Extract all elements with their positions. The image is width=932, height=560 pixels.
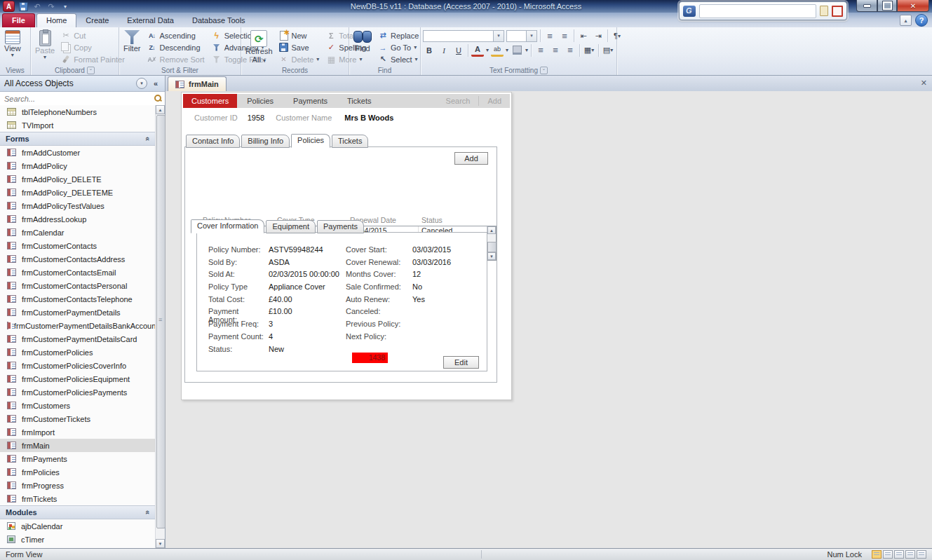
view-button[interactable]: View▾	[2, 29, 23, 59]
nav-item-form[interactable]: frmCustomerContacts	[0, 239, 156, 252]
goto-button[interactable]: Go To▾	[375, 41, 421, 53]
scroll-up-icon[interactable]: ▲	[156, 105, 165, 114]
customer-tab[interactable]: Policies	[291, 134, 330, 148]
layout-view-icon[interactable]	[905, 550, 915, 559]
ascending-button[interactable]: A↓Ascending	[144, 29, 207, 41]
nav-scrollbar[interactable]: ▲ ▼	[155, 105, 165, 548]
detail-value[interactable]: 4	[269, 332, 273, 345]
nav-item-form[interactable]: frmCalendar	[0, 226, 156, 239]
toolbar-stop-icon[interactable]	[832, 6, 843, 17]
form-view-icon[interactable]	[872, 550, 882, 559]
add-record-button[interactable]: Add	[479, 94, 510, 108]
nav-item-form[interactable]: frmAddPolicy_DELETE	[0, 172, 156, 186]
underline-button[interactable]: U	[452, 45, 465, 56]
edit-button[interactable]: Edit	[443, 356, 479, 369]
increase-indent-button[interactable]: ⇥	[592, 30, 605, 41]
delete-record-button[interactable]: Delete▾	[276, 53, 323, 65]
dialog-launcher-icon[interactable]	[87, 67, 95, 74]
select-button[interactable]: Select▾	[375, 53, 421, 65]
nav-item-form[interactable]: frmCustomerContactsTelephone	[0, 292, 156, 306]
nav-item-form[interactable]: frmCustomerPoliciesPayments	[0, 385, 156, 399]
minimize-ribbon-icon[interactable]	[900, 15, 912, 26]
nav-item-form[interactable]: frmCustomerPaymentDetails	[0, 306, 156, 319]
descending-button[interactable]: Z↓Descending	[144, 41, 207, 53]
nav-item-form[interactable]: frmCustomerPolicies	[0, 346, 156, 359]
detail-value[interactable]: 03/03/2015	[412, 245, 451, 258]
format-painter-button[interactable]: Format Painter	[58, 53, 128, 65]
scrollbar-thumb[interactable]	[487, 242, 497, 252]
scroll-up-icon[interactable]: ▲	[487, 226, 496, 234]
design-view-icon[interactable]	[917, 550, 926, 559]
detail-value[interactable]: £40.00	[269, 295, 292, 308]
nav-item-form[interactable]: frmAddPolicyTestValues	[0, 199, 156, 212]
nav-pane-header[interactable]: All Access Objects	[0, 76, 165, 92]
nav-item-module[interactable]: cTimer	[0, 533, 156, 546]
nav-item-form[interactable]: frmMain	[0, 439, 156, 452]
detail-value[interactable]: ASDA	[269, 258, 290, 271]
ribbon-tab[interactable]: File	[2, 13, 35, 27]
customer-id-value[interactable]: 1958	[248, 114, 264, 122]
nav-item-form[interactable]: frmAddCustomer	[0, 146, 156, 159]
policy-detail-tab[interactable]: Equipment	[266, 220, 316, 233]
datasheet-view-icon[interactable]	[883, 550, 893, 559]
nav-group-forms[interactable]: Forms	[0, 132, 156, 146]
nav-item-form[interactable]: frmAddPolicy	[0, 159, 156, 172]
nav-item-form[interactable]: frmCustomerContactsAddress	[0, 252, 156, 266]
nav-item-form[interactable]: frmCustomers	[0, 399, 156, 412]
document-tab-frmMain[interactable]: frmMain	[168, 76, 227, 91]
replace-button[interactable]: Replace	[375, 29, 421, 41]
nav-item-form[interactable]: frmTickets	[0, 492, 156, 505]
ribbon-tab[interactable]: Home	[36, 13, 76, 27]
nav-item-form[interactable]: frmCustomerContactsPersonal	[0, 279, 156, 292]
align-right-button[interactable]	[564, 45, 576, 56]
customer-name-value[interactable]: Mrs B Woods	[344, 114, 393, 122]
text-direction-button[interactable]: ¶▾	[611, 30, 623, 41]
detail-value[interactable]: Yes	[412, 295, 425, 308]
nav-item-form[interactable]: frmAddressLookup	[0, 212, 156, 226]
toolbar-logo-icon[interactable]	[683, 6, 696, 17]
copy-button[interactable]: Copy	[58, 41, 128, 53]
font-size-combo[interactable]	[506, 30, 537, 42]
align-left-button[interactable]	[534, 45, 547, 56]
dialog-launcher-icon[interactable]	[540, 67, 548, 74]
gridlines-button[interactable]: ▦▾	[583, 45, 595, 56]
close-button[interactable]: ✕	[897, 0, 929, 12]
nav-item-form[interactable]: frmPayments	[0, 452, 156, 465]
bold-button[interactable]: B	[423, 45, 435, 56]
nav-item-form[interactable]: frmCustomerTickets	[0, 412, 156, 425]
help-icon[interactable]	[915, 14, 928, 27]
nav-menu-dropdown-icon[interactable]	[136, 78, 147, 89]
nav-search-input[interactable]	[3, 94, 154, 104]
nav-group-modules[interactable]: Modules	[0, 505, 156, 519]
collapse-group-icon[interactable]	[144, 137, 152, 141]
detail-value[interactable]: 12	[412, 270, 421, 282]
form-nav-button[interactable]: Tickets	[337, 94, 381, 108]
detail-value[interactable]: New	[269, 345, 284, 357]
nav-item-form[interactable]: frmCustomerPoliciesEquipment	[0, 372, 156, 385]
font-family-dropdown-icon[interactable]	[493, 31, 504, 41]
detail-value[interactable]: Appliance Cover	[269, 282, 325, 295]
customer-tab[interactable]: Tickets	[332, 135, 368, 148]
filter-button[interactable]: Filter	[121, 29, 142, 54]
listbox-scrollbar[interactable]: ▲ ▼	[487, 226, 496, 260]
cut-button[interactable]: Cut	[58, 29, 128, 41]
nav-item-form[interactable]: frmCustomerPaymentDetailsCard	[0, 332, 156, 346]
add-policy-button[interactable]: Add	[454, 152, 488, 165]
nav-item-form[interactable]: frmCustomerPaymentDetailsBankAccount	[0, 319, 156, 332]
nav-item-form[interactable]: frmPolicies	[0, 465, 156, 479]
customer-tab[interactable]: Contact Info	[186, 135, 240, 148]
save-record-button[interactable]: Save	[276, 41, 323, 53]
new-record-button[interactable]: New	[276, 29, 323, 41]
highlight-button[interactable]: ab	[491, 43, 504, 57]
numbering-button[interactable]	[558, 30, 571, 41]
font-size-dropdown-icon[interactable]	[526, 31, 536, 41]
customer-tab[interactable]: Billing Info	[241, 135, 290, 148]
maximize-button[interactable]	[877, 0, 897, 12]
ribbon-tab[interactable]: Create	[76, 14, 118, 27]
remove-sort-button[interactable]: A✗Remove Sort	[144, 53, 207, 65]
nav-item-form[interactable]: frmCustomerPoliciesCoverInfo	[0, 359, 156, 372]
toolbar-search-input[interactable]	[699, 4, 816, 18]
italic-button[interactable]: I	[438, 45, 450, 56]
detail-value[interactable]: 3	[269, 320, 273, 332]
search-icon[interactable]	[154, 95, 162, 102]
